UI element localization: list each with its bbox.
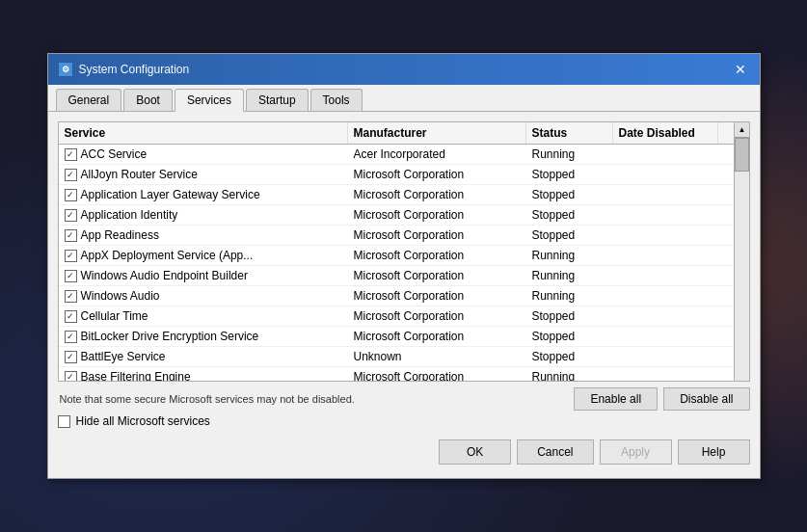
- service-cell: BitLocker Drive Encryption Service: [59, 327, 348, 346]
- service-name: App Readiness: [81, 228, 159, 242]
- service-name: ACC Service: [81, 147, 148, 161]
- service-cell: BattlEye Service: [59, 347, 348, 366]
- service-name: Base Filtering Engine: [81, 370, 191, 382]
- col-manufacturer: Manufacturer: [348, 122, 526, 144]
- service-name: Windows Audio Endpoint Builder: [81, 269, 248, 282]
- date-cell: [613, 205, 734, 225]
- service-checkbox[interactable]: [65, 189, 77, 201]
- service-name: BitLocker Drive Encryption Service: [81, 330, 259, 343]
- service-name: Application Layer Gateway Service: [81, 188, 260, 201]
- service-cell: Windows Audio Endpoint Builder: [59, 266, 348, 285]
- scroll-track: [735, 138, 749, 382]
- service-cell: App Readiness: [59, 226, 348, 245]
- service-checkbox[interactable]: [65, 209, 77, 222]
- hide-microsoft-checkbox[interactable]: [58, 415, 70, 428]
- status-cell: Running: [526, 246, 613, 265]
- table-row: Cellular Time Microsoft Corporation Stop…: [59, 306, 734, 327]
- service-checkbox[interactable]: [65, 169, 77, 181]
- hide-microsoft-row: Hide all Microsoft services: [58, 411, 750, 432]
- tab-services[interactable]: Services: [175, 89, 244, 112]
- service-cell: AllJoyn Router Service: [59, 165, 348, 184]
- table-row: Base Filtering Engine Microsoft Corporat…: [59, 367, 734, 382]
- footer-buttons: OK Cancel Apply Help: [58, 432, 750, 468]
- apply-button[interactable]: Apply: [600, 439, 672, 465]
- service-cell: Application Layer Gateway Service: [59, 185, 348, 204]
- tab-startup[interactable]: Startup: [246, 89, 309, 111]
- table-row: BattlEye Service Unknown Stopped: [59, 347, 734, 367]
- disable-all-button[interactable]: Disable all: [663, 387, 749, 411]
- help-button[interactable]: Help: [678, 439, 750, 465]
- service-cell: Windows Audio: [59, 286, 348, 306]
- enable-all-button[interactable]: Enable all: [574, 387, 658, 411]
- date-cell: [613, 347, 734, 366]
- cancel-button[interactable]: Cancel: [517, 439, 593, 465]
- service-checkbox[interactable]: [65, 290, 77, 303]
- date-cell: [613, 306, 734, 326]
- date-cell: [613, 367, 734, 382]
- table-row: AllJoyn Router Service Microsoft Corpora…: [59, 165, 734, 185]
- tab-general[interactable]: General: [56, 89, 122, 111]
- date-cell: [613, 327, 734, 346]
- system-config-window: ⚙ System Configuration ✕ General Boot Se…: [47, 53, 761, 479]
- manufacturer-cell: Microsoft Corporation: [348, 185, 526, 204]
- status-cell: Stopped: [526, 347, 613, 366]
- scrollbar[interactable]: ▲ ▼: [734, 122, 749, 382]
- ok-button[interactable]: OK: [439, 439, 511, 465]
- manufacturer-cell: Microsoft Corporation: [348, 327, 526, 346]
- service-checkbox[interactable]: [65, 371, 77, 383]
- manufacturer-cell: Microsoft Corporation: [348, 205, 526, 225]
- enable-disable-btns: Enable all Disable all: [574, 387, 749, 411]
- hide-microsoft-label: Hide all Microsoft services: [76, 414, 210, 428]
- service-checkbox[interactable]: [65, 270, 77, 282]
- service-cell: AppX Deployment Service (App...: [59, 246, 348, 265]
- tab-tools[interactable]: Tools: [310, 89, 363, 111]
- note-label: Note that some secure Microsoft services…: [58, 387, 357, 411]
- manufacturer-cell: Microsoft Corporation: [348, 306, 526, 326]
- status-cell: Running: [526, 286, 613, 306]
- table-row: ACC Service Acer Incorporated Running: [59, 145, 734, 165]
- col-date: Date Disabled: [613, 122, 718, 144]
- table-row: Windows Audio Endpoint Builder Microsoft…: [59, 266, 734, 286]
- service-name: Windows Audio: [81, 289, 160, 303]
- status-cell: Stopped: [526, 306, 613, 326]
- service-checkbox[interactable]: [65, 250, 77, 262]
- table-row: BitLocker Drive Encryption Service Micro…: [59, 327, 734, 347]
- tab-boot[interactable]: Boot: [123, 89, 173, 111]
- status-cell: Stopped: [526, 205, 613, 225]
- scroll-up-btn[interactable]: ▲: [735, 122, 750, 138]
- date-cell: [613, 286, 734, 306]
- close-button[interactable]: ✕: [731, 60, 750, 79]
- col-status: Status: [526, 122, 613, 144]
- service-cell: Application Identity: [59, 205, 348, 225]
- status-cell: Running: [526, 145, 613, 164]
- title-bar-left: ⚙ System Configuration: [58, 62, 190, 77]
- col-service: Service: [59, 122, 348, 144]
- manufacturer-cell: Microsoft Corporation: [348, 286, 526, 306]
- service-checkbox[interactable]: [65, 229, 77, 242]
- service-checkbox[interactable]: [65, 351, 77, 363]
- status-cell: Running: [526, 367, 613, 382]
- service-name: Cellular Time: [81, 309, 148, 323]
- app-icon: ⚙: [58, 62, 73, 77]
- manufacturer-cell: Acer Incorporated: [348, 145, 526, 164]
- window-title: System Configuration: [79, 63, 190, 76]
- status-cell: Stopped: [526, 165, 613, 184]
- manufacturer-cell: Microsoft Corporation: [348, 367, 526, 382]
- service-checkbox[interactable]: [65, 331, 77, 343]
- manufacturer-cell: Unknown: [348, 347, 526, 366]
- status-cell: Stopped: [526, 226, 613, 245]
- service-cell: ACC Service: [59, 145, 348, 164]
- service-checkbox[interactable]: [65, 310, 77, 323]
- note-row: Note that some secure Microsoft services…: [58, 387, 750, 411]
- date-cell: [613, 165, 734, 184]
- table-row: Application Layer Gateway Service Micros…: [59, 185, 734, 205]
- service-name: AppX Deployment Service (App...: [81, 249, 254, 262]
- status-cell: Stopped: [526, 185, 613, 204]
- manufacturer-cell: Microsoft Corporation: [348, 226, 526, 245]
- service-checkbox[interactable]: [65, 148, 77, 161]
- date-cell: [613, 185, 734, 204]
- scroll-thumb[interactable]: [735, 138, 749, 172]
- date-cell: [613, 145, 734, 164]
- service-cell: Base Filtering Engine: [59, 367, 348, 382]
- manufacturer-cell: Microsoft Corporation: [348, 266, 526, 285]
